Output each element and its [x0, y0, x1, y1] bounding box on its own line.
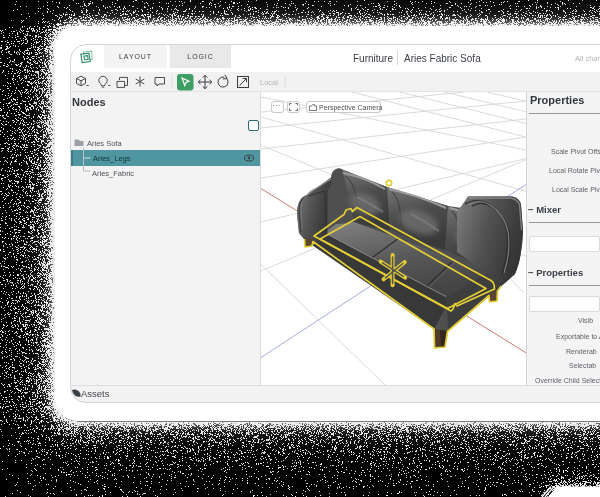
svg-text:Local: Local	[260, 78, 278, 87]
